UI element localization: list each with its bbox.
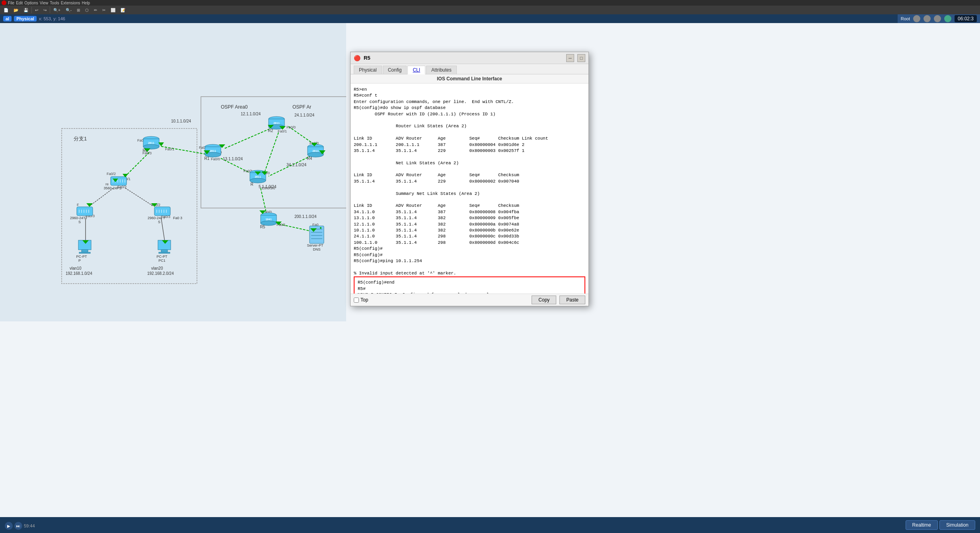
redo-btn[interactable]: ↪ xyxy=(41,7,49,13)
app-icon xyxy=(2,0,6,5)
svg-text:vlan10: vlan10 xyxy=(70,266,82,270)
svg-text:OSPF Ar: OSPF Ar xyxy=(292,104,311,110)
select-btn[interactable]: ⬡ xyxy=(83,7,91,13)
svg-text:192.168.2.0/24: 192.168.2.0/24 xyxy=(147,271,174,276)
svg-text:PC-PT: PC-PT xyxy=(157,255,168,259)
r5-window-title: R5 xyxy=(364,55,563,61)
paste-button[interactable]: Paste xyxy=(559,296,585,304)
r5-tab-bar: Physical Config CLI Attributes xyxy=(351,64,588,74)
svg-text:1841: 1841 xyxy=(265,218,272,221)
svg-text:3560-24PS: 3560-24PS xyxy=(103,186,121,190)
svg-text:S: S xyxy=(78,220,81,224)
status-icon4 xyxy=(944,15,951,22)
menu-tools[interactable]: Tools xyxy=(50,1,59,5)
simulation-button[interactable]: Simulation xyxy=(939,520,975,530)
copy-button[interactable]: Copy xyxy=(532,296,556,304)
play-icon: ▶ xyxy=(7,524,10,528)
svg-text:13.1.1.0/24: 13.1.1.0/24 xyxy=(223,157,243,161)
r5-titlebar: 🔴 R5 ─ □ xyxy=(351,52,588,64)
svg-rect-0 xyxy=(0,23,346,321)
svg-rect-108 xyxy=(79,252,90,253)
svg-rect-107 xyxy=(82,250,88,252)
physical-badge[interactable]: Physical xyxy=(14,16,37,21)
svg-text:PC-PT: PC-PT xyxy=(76,255,88,259)
svg-text:Fa0/2: Fa0/2 xyxy=(107,172,116,176)
zoom-out-btn[interactable]: 🔍- xyxy=(64,7,74,13)
coordinates: x: 553, y: 146 xyxy=(39,16,65,21)
save-btn[interactable]: 💾 xyxy=(21,7,30,13)
svg-text:R: R xyxy=(250,182,253,187)
svg-text:S: S xyxy=(158,220,160,224)
step-btn[interactable]: ⏭ xyxy=(14,522,22,530)
undo-btn[interactable]: ↩ xyxy=(33,7,40,13)
r5-bottom-bar: Top Copy Paste xyxy=(351,294,588,306)
highlighted-text: R5(config)#end R5# %SYS-5-CONFIG_I: Conf… xyxy=(358,280,581,294)
al-badge: al xyxy=(3,16,12,21)
note-btn[interactable]: 📝 xyxy=(119,7,127,13)
terminal-history: R5>en R5#conf t Enter configuration comm… xyxy=(354,87,585,276)
mode-bar: al Physical x: 553, y: 146 xyxy=(0,14,68,23)
svg-text:R2: R2 xyxy=(268,128,273,133)
play-btn[interactable]: ▶ xyxy=(5,522,13,530)
bottom-bar: ▶ ⏭ 59:44 Realtime Simulation xyxy=(0,517,980,533)
new-btn[interactable]: 📄 xyxy=(2,7,10,13)
open-btn[interactable]: 📂 xyxy=(12,7,20,13)
svg-text:Fa0/1: Fa0/1 xyxy=(165,147,174,151)
r5-terminal-window: 🔴 R5 ─ □ Physical Config CLI Attributes … xyxy=(350,52,589,306)
status-icon3 xyxy=(934,15,941,22)
svg-text:2811: 2811 xyxy=(148,142,154,144)
branch-label: 分支1 xyxy=(74,136,87,142)
time-info: 59:44 xyxy=(24,523,35,528)
status-bar: Root 06:02:3 xyxy=(898,14,980,23)
menu-file[interactable]: File xyxy=(8,1,14,5)
menu-extensions[interactable]: Extensions xyxy=(61,1,80,5)
network-svg: 分支1 OSPF Area0 OSPF Ar 10.1.1.0/24 xyxy=(0,23,346,321)
svg-text:2960-24TT: 2960-24TT xyxy=(70,216,88,220)
zoom-reset-btn[interactable]: ⊞ xyxy=(75,7,82,13)
svg-text:DNS: DNS xyxy=(313,247,320,251)
tab-cli[interactable]: CLI xyxy=(407,66,425,74)
r5-router-icon: 🔴 xyxy=(354,55,360,61)
r5-terminal-output[interactable]: R5>en R5#conf t Enter configuration comm… xyxy=(351,84,588,294)
top-toolbar: File Edit Options View Tools Extensions … xyxy=(0,0,980,6)
svg-text:Eth0/3/0: Eth0/3/0 xyxy=(262,186,275,190)
top-checkbox-container: Top xyxy=(354,297,368,303)
svg-point-121 xyxy=(320,227,321,229)
svg-text:R1: R1 xyxy=(205,156,210,161)
svg-text:192.168.1.0/24: 192.168.1.0/24 xyxy=(66,271,92,276)
svg-text:200.1.1.0/24: 200.1.1.0/24 xyxy=(294,214,317,219)
svg-text:R4: R4 xyxy=(307,156,312,161)
svg-text:PC1: PC1 xyxy=(158,259,166,263)
zoom-in-btn[interactable]: 🔍+ xyxy=(51,7,62,13)
svg-rect-112 xyxy=(161,250,168,252)
svg-text:Fa0 3: Fa0 3 xyxy=(173,216,182,220)
second-toolbar: 📄 📂 💾 ↩ ↪ 🔍+ 🔍- ⊞ ⬡ ✏ ✂ ⬜ 📝 xyxy=(0,6,980,14)
menu-view[interactable]: View xyxy=(40,1,49,5)
maximize-button[interactable]: □ xyxy=(577,54,585,62)
menu-help[interactable]: Help xyxy=(82,1,90,5)
draw-btn[interactable]: ✏ xyxy=(92,7,99,13)
svg-text:2811: 2811 xyxy=(312,150,319,152)
svg-rect-113 xyxy=(159,252,170,253)
root-label: Root xyxy=(901,16,910,21)
resize-btn[interactable]: ⬜ xyxy=(109,7,117,13)
top-checkbox[interactable] xyxy=(354,298,359,303)
terminal-highlighted-section: R5(config)#end R5# %SYS-5-CONFIG_I: Conf… xyxy=(354,276,585,294)
delete-btn[interactable]: ✂ xyxy=(100,7,107,13)
menu-options[interactable]: Options xyxy=(24,1,38,5)
svg-text:F: F xyxy=(77,203,79,207)
tab-attributes[interactable]: Attributes xyxy=(426,66,457,74)
realtime-button[interactable]: Realtime xyxy=(906,520,938,530)
svg-text:R5: R5 xyxy=(260,225,265,229)
tab-physical[interactable]: Physical xyxy=(354,66,382,74)
svg-text:Fa0/0: Fa0/0 xyxy=(286,125,296,129)
tab-config[interactable]: Config xyxy=(383,66,407,74)
r5-cli-subtitle: IOS Command Line Interface xyxy=(351,74,588,84)
svg-text:Server-PT: Server-PT xyxy=(307,243,323,247)
minimize-button[interactable]: ─ xyxy=(566,54,574,62)
svg-text:24.1.1.0/24: 24.1.1.0/24 xyxy=(294,113,314,117)
svg-text:2811: 2811 xyxy=(255,175,261,178)
svg-text:re: re xyxy=(105,182,109,186)
menu-edit[interactable]: Edit xyxy=(16,1,23,5)
svg-text:Fa0/0: Fa0/0 xyxy=(211,157,220,161)
